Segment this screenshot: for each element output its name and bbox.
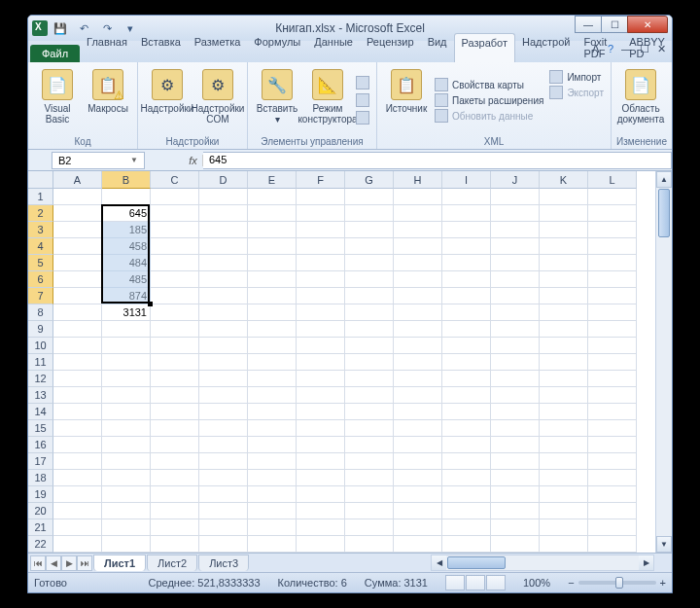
cell[interactable] xyxy=(345,404,394,420)
cell[interactable] xyxy=(53,238,102,255)
cell[interactable] xyxy=(151,255,199,271)
cell[interactable] xyxy=(199,536,248,553)
cell[interactable] xyxy=(442,486,491,503)
cell[interactable] xyxy=(53,453,102,470)
cell[interactable] xyxy=(540,387,588,404)
cell[interactable] xyxy=(345,271,394,288)
row-header[interactable]: 8 xyxy=(28,304,53,321)
cell[interactable] xyxy=(540,189,588,205)
workbook-min-icon[interactable]: — xyxy=(621,43,632,55)
cell[interactable] xyxy=(345,453,394,470)
cell[interactable] xyxy=(345,255,394,271)
workbook-close-icon[interactable]: ✕ xyxy=(657,43,666,55)
zoom-thumb[interactable] xyxy=(615,577,623,589)
cell[interactable] xyxy=(394,503,442,519)
select-all-corner[interactable] xyxy=(28,171,53,189)
cell[interactable] xyxy=(394,255,442,271)
cell[interactable] xyxy=(151,205,199,222)
cell[interactable] xyxy=(442,238,491,255)
cell[interactable] xyxy=(248,304,297,321)
cell[interactable] xyxy=(199,238,248,255)
cell[interactable] xyxy=(297,288,345,304)
cell[interactable] xyxy=(540,404,588,420)
cell[interactable] xyxy=(491,453,540,470)
cell[interactable] xyxy=(394,437,442,453)
cell[interactable] xyxy=(248,354,297,371)
column-header[interactable]: F xyxy=(297,171,345,189)
cell[interactable] xyxy=(588,503,637,519)
cell[interactable] xyxy=(297,536,345,553)
cell[interactable] xyxy=(540,205,588,222)
cell[interactable] xyxy=(199,387,248,404)
cell[interactable] xyxy=(151,519,199,536)
com-addins-button[interactable]: ⚙ НадстройкиCOM xyxy=(193,65,242,135)
row-header[interactable]: 5 xyxy=(28,255,53,271)
cell[interactable] xyxy=(199,255,248,271)
cell[interactable] xyxy=(394,271,442,288)
cell[interactable] xyxy=(345,420,394,437)
cell[interactable] xyxy=(588,453,637,470)
cell[interactable] xyxy=(442,222,491,238)
cell[interactable] xyxy=(588,404,637,420)
cell[interactable] xyxy=(540,371,588,387)
workbook-restore-icon[interactable]: ☐ xyxy=(640,43,649,55)
cell[interactable] xyxy=(102,536,151,553)
cell[interactable] xyxy=(199,486,248,503)
expansion-packs-button[interactable]: Пакеты расширения xyxy=(433,92,545,108)
cell[interactable] xyxy=(248,470,297,486)
cell[interactable] xyxy=(540,321,588,338)
cell[interactable] xyxy=(248,205,297,222)
cell[interactable] xyxy=(151,354,199,371)
maximize-button[interactable]: ☐ xyxy=(601,16,628,33)
cell[interactable] xyxy=(102,437,151,453)
cell[interactable] xyxy=(394,338,442,354)
cell[interactable] xyxy=(588,519,637,536)
cell[interactable] xyxy=(540,453,588,470)
vertical-scrollbar[interactable]: ▲ ▼ xyxy=(655,171,672,553)
cell[interactable] xyxy=(345,321,394,338)
map-properties-button[interactable]: Свойства карты xyxy=(433,77,545,92)
column-header[interactable]: B xyxy=(102,171,151,189)
cell[interactable] xyxy=(102,321,151,338)
cell[interactable] xyxy=(199,338,248,354)
column-header[interactable]: D xyxy=(199,171,248,189)
cell[interactable] xyxy=(248,338,297,354)
cell[interactable] xyxy=(151,222,199,238)
cell[interactable] xyxy=(588,470,637,486)
cell[interactable] xyxy=(345,437,394,453)
cell[interactable] xyxy=(297,354,345,371)
cell[interactable] xyxy=(199,437,248,453)
cell[interactable] xyxy=(345,354,394,371)
cell[interactable] xyxy=(394,486,442,503)
cell[interactable] xyxy=(442,354,491,371)
document-panel-button[interactable]: 📄 Областьдокумента xyxy=(616,65,665,135)
column-header[interactable]: J xyxy=(491,171,540,189)
cell[interactable]: 185 xyxy=(102,222,151,238)
cell[interactable] xyxy=(53,189,102,205)
cell[interactable] xyxy=(199,371,248,387)
cell[interactable] xyxy=(588,189,637,205)
cell[interactable] xyxy=(345,304,394,321)
cell[interactable] xyxy=(297,404,345,420)
cell[interactable] xyxy=(491,271,540,288)
row-header[interactable]: 14 xyxy=(28,404,53,420)
cell[interactable] xyxy=(491,420,540,437)
cell[interactable] xyxy=(248,503,297,519)
cell[interactable] xyxy=(53,371,102,387)
row-header[interactable]: 10 xyxy=(28,338,53,354)
cell[interactable] xyxy=(53,470,102,486)
cell[interactable] xyxy=(588,205,637,222)
tab-рецензир[interactable]: Рецензир xyxy=(360,33,421,62)
cell[interactable] xyxy=(297,503,345,519)
zoom-in-button[interactable]: + xyxy=(660,577,666,589)
cell[interactable] xyxy=(540,470,588,486)
scroll-left-icon[interactable]: ◀ xyxy=(432,555,446,570)
row-header[interactable]: 16 xyxy=(28,437,53,453)
cell[interactable] xyxy=(540,437,588,453)
cell[interactable] xyxy=(491,288,540,304)
cell[interactable] xyxy=(199,222,248,238)
cell[interactable] xyxy=(199,321,248,338)
cell[interactable] xyxy=(248,222,297,238)
row-header[interactable]: 20 xyxy=(28,503,53,519)
cell[interactable] xyxy=(442,371,491,387)
